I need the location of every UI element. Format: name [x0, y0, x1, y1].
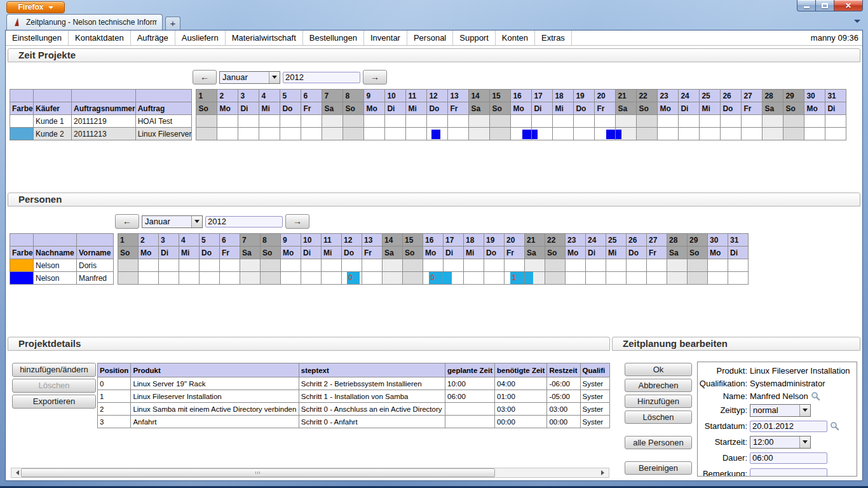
table-row[interactable]: 3AnfahrtSchritt 0 - Anfahrt00:0000:00Sys… — [98, 416, 610, 428]
day-cell[interactable] — [586, 259, 606, 272]
day-cell[interactable] — [322, 272, 342, 285]
day-cell[interactable] — [490, 128, 511, 140]
day-cell[interactable] — [721, 128, 742, 140]
button-abbrechen[interactable]: Abbrechen — [625, 379, 692, 392]
day-cell[interactable] — [343, 128, 364, 140]
menu-item-einstellungen[interactable]: Einstellungen — [6, 30, 69, 45]
day-cell[interactable] — [658, 128, 679, 140]
projects-year-input[interactable] — [283, 72, 360, 83]
persons-year-input[interactable] — [205, 216, 283, 227]
day-cell[interactable] — [343, 115, 364, 128]
day-cell[interactable] — [595, 115, 616, 128]
day-cell[interactable] — [448, 128, 469, 140]
startdatum-input[interactable] — [750, 421, 827, 432]
minimize-button[interactable] — [797, 0, 816, 11]
day-cell[interactable] — [708, 259, 728, 272]
day-cell[interactable] — [825, 128, 846, 140]
day-cell[interactable] — [342, 259, 362, 272]
zeittyp-select[interactable]: normal — [750, 404, 811, 417]
day-cell[interactable] — [139, 259, 159, 272]
details-cell[interactable]: Syster — [580, 403, 609, 416]
day-cell[interactable] — [423, 259, 444, 272]
day-cell[interactable] — [383, 272, 403, 285]
farbe-cell[interactable] — [10, 259, 34, 272]
magnifier-icon[interactable] — [811, 391, 820, 401]
button-hinzuf-gen[interactable]: Hinzufügen — [625, 395, 692, 408]
day-cell[interactable] — [261, 259, 281, 272]
details-cell[interactable]: Linux Samba mit einem Active Directory v… — [131, 403, 299, 416]
day-cell[interactable] — [566, 259, 586, 272]
menu-item-personal[interactable]: Personal — [407, 30, 453, 45]
firefox-menu-button[interactable]: Firefox — [6, 1, 65, 13]
details-cell[interactable]: Anfahrt — [131, 416, 299, 428]
dauer-input[interactable] — [750, 452, 827, 464]
label-cell[interactable]: HOAI Test — [135, 115, 192, 128]
day-cell[interactable] — [469, 115, 490, 128]
farbe-cell[interactable] — [10, 272, 34, 285]
table-row[interactable]: 2Linux Samba mit einem Active Directory … — [98, 403, 610, 416]
details-cell[interactable]: Linux Fileserver Installation — [131, 390, 299, 403]
day-cell[interactable] — [179, 259, 200, 272]
details-cell[interactable]: -05:00 — [547, 390, 580, 403]
day-cell[interactable] — [406, 128, 427, 140]
day-cell[interactable] — [728, 259, 749, 272]
day-cell[interactable] — [281, 272, 301, 285]
day-cell[interactable] — [532, 128, 553, 140]
day-cell[interactable] — [139, 272, 159, 285]
button-alle-personen[interactable]: alle Personen — [625, 436, 692, 449]
details-cell[interactable]: 00:00 — [547, 416, 580, 428]
day-cell[interactable] — [804, 128, 825, 140]
day-cell[interactable] — [280, 128, 301, 140]
day-cell[interactable] — [783, 115, 804, 128]
day-cell[interactable] — [505, 259, 525, 272]
details-cell[interactable] — [445, 416, 495, 428]
day-cell[interactable] — [159, 272, 179, 285]
menu-item-extras[interactable]: Extras — [535, 30, 572, 45]
schedule-mark[interactable] — [525, 272, 533, 284]
day-cell[interactable] — [658, 115, 679, 128]
details-cell[interactable]: Schritt 0 - Anschluss an ein Active Dire… — [299, 403, 445, 416]
day-cell[interactable] — [616, 115, 637, 128]
day-cell[interactable] — [238, 128, 259, 140]
label-cell[interactable]: Kunde 2 — [34, 128, 72, 140]
details-cell[interactable]: 10:00 — [445, 377, 495, 390]
menu-item-support[interactable]: Support — [453, 30, 496, 45]
day-cell[interactable] — [464, 259, 484, 272]
details-cell[interactable]: -06:00 — [547, 377, 580, 390]
day-cell[interactable]: 1 — [505, 272, 525, 285]
day-cell[interactable] — [627, 272, 647, 285]
day-cell[interactable] — [679, 128, 700, 140]
day-cell[interactable] — [606, 259, 627, 272]
day-cell[interactable] — [217, 115, 238, 128]
day-cell[interactable] — [448, 115, 469, 128]
schedule-mark[interactable] — [431, 130, 440, 139]
day-cell[interactable] — [200, 259, 220, 272]
day-cell[interactable] — [444, 272, 464, 285]
schedule-mark[interactable] — [616, 130, 621, 139]
day-cell[interactable] — [301, 259, 322, 272]
projects-prev-month-button[interactable]: ← — [193, 70, 217, 85]
day-cell[interactable] — [742, 115, 763, 128]
day-cell[interactable] — [679, 115, 700, 128]
day-cell[interactable] — [281, 259, 301, 272]
day-cell[interactable] — [159, 259, 179, 272]
day-cell[interactable] — [301, 272, 322, 285]
menu-item-materialwirtschaft[interactable]: Materialwirtschaft — [226, 30, 303, 45]
button-hinzuf-gen-ndern[interactable]: hinzufügen/ändern — [12, 363, 96, 377]
day-cell[interactable] — [667, 259, 688, 272]
day-cell[interactable] — [385, 115, 406, 128]
close-button[interactable]: ✕ — [834, 0, 863, 11]
details-cell[interactable]: 03:00 — [547, 403, 580, 416]
day-cell[interactable] — [464, 272, 484, 285]
day-cell[interactable] — [637, 128, 658, 140]
menu-item-ausliefern[interactable]: Ausliefern — [175, 30, 226, 45]
day-cell[interactable] — [259, 128, 280, 140]
day-cell[interactable] — [406, 115, 427, 128]
day-cell[interactable] — [240, 259, 261, 272]
table-row[interactable]: 1Linux Fileserver InstallationSchritt 1 … — [98, 390, 610, 403]
menu-item-konten[interactable]: Konten — [496, 30, 535, 45]
menu-item-inventar[interactable]: Inventar — [364, 30, 407, 45]
scroll-right-arrow[interactable] — [599, 468, 609, 477]
day-cell[interactable] — [322, 115, 343, 128]
farbe-cell[interactable] — [10, 128, 34, 140]
